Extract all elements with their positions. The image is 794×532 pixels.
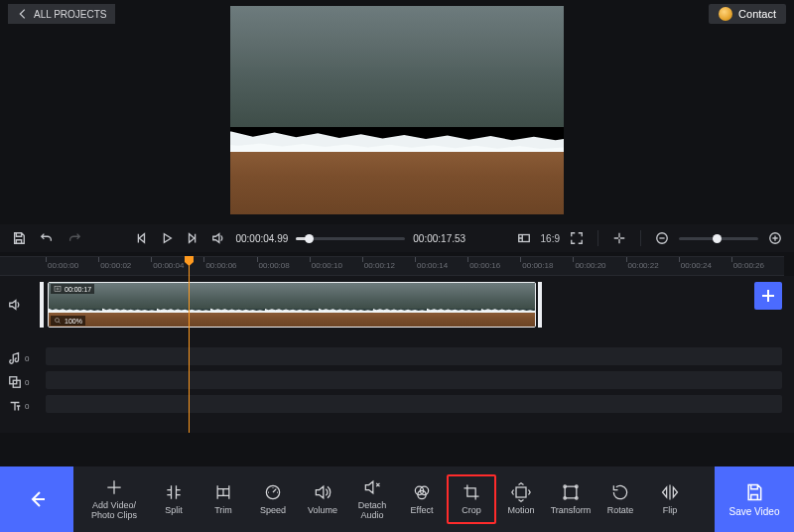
clip-zoom-badge: 100% [51,316,85,326]
split-button[interactable]: Split [149,476,198,522]
detach-audio-icon [362,477,382,497]
svg-rect-12 [516,487,526,497]
zoom-slider[interactable] [679,237,758,240]
split-icon [164,482,184,502]
text-icon [8,399,22,413]
tracks-panel: 00:00:17 100% 0 0 0 [0,276,794,433]
play-button[interactable] [158,229,176,247]
zoom-in-button[interactable] [766,229,784,247]
speaker-icon [211,231,225,245]
speed-button[interactable]: Speed [248,476,298,522]
ruler-mark: 00:00:06 [205,261,236,270]
aspect-ratio-label: 16:9 [541,233,560,244]
zoom-out-button[interactable] [653,229,671,247]
fullscreen-button[interactable] [568,229,586,247]
ruler-mark: 00:00:16 [469,261,500,270]
playhead[interactable] [189,256,190,433]
video-track[interactable]: 00:00:17 100% [46,282,746,330]
motion-icon [511,482,531,502]
fullscreen-icon [570,231,584,245]
rotate-button[interactable]: Rotate [596,476,645,522]
ruler-mark: 00:00:14 [417,261,448,270]
bottom-toolbar: Add Video/ Photo Clips Split Trim Speed … [0,466,794,532]
redo-icon [67,231,81,245]
clip-handle-right[interactable] [538,282,542,328]
undo-button[interactable] [38,229,56,247]
ruler-mark: 00:00:24 [681,261,712,270]
add-track-button[interactable] [754,282,782,310]
plus-icon [760,288,776,304]
crop-icon [462,482,481,502]
transform-icon [561,482,581,502]
undo-icon [40,231,54,245]
flip-icon [660,482,680,502]
rotate-icon [610,482,630,502]
svg-point-5 [56,319,60,323]
redo-button[interactable] [66,229,83,247]
text-track[interactable] [46,395,782,413]
flip-button[interactable]: Flip [645,476,695,522]
seek-bar[interactable] [296,237,405,240]
video-editor-app: ALL PROJECTS Contact 00:00:04.99 00:0 [0,0,794,532]
text-track-head: 0 [8,399,38,413]
total-time: 00:00:17.53 [413,233,465,244]
aspect-icon [517,231,531,245]
snap-button[interactable] [610,229,628,247]
video-clip[interactable]: 00:00:17 100% [48,282,536,328]
prev-frame-button[interactable] [132,229,150,247]
music-track-head: 0 [8,351,38,365]
ruler-mark: 00:00:00 [48,261,78,270]
overlay-track[interactable] [46,371,782,389]
overlay-icon [8,375,22,389]
skip-back-icon [134,231,148,245]
back-button[interactable] [0,466,73,532]
plus-icon [104,477,124,497]
save-icon [744,482,764,502]
svg-rect-13 [565,486,577,498]
overlay-track-head: 0 [8,375,38,389]
speaker-icon [8,298,22,312]
svg-rect-3 [55,287,61,292]
play-icon [160,231,174,245]
save-video-button[interactable]: Save Video [715,466,794,532]
ruler-mark: 00:00:10 [312,261,342,270]
music-icon [8,351,22,365]
music-track[interactable] [46,347,782,365]
divider [597,230,598,246]
ruler-mark: 00:00:20 [575,261,605,270]
volume-icon [313,482,332,502]
motion-button[interactable]: Motion [496,476,546,522]
ruler-mark: 00:00:18 [522,261,553,270]
effect-button[interactable]: Effect [397,476,447,522]
toolset: Add Video/ Photo Clips Split Trim Speed … [73,466,715,532]
save-project-button[interactable] [10,229,28,247]
clock-icon [54,285,62,293]
add-media-button[interactable]: Add Video/ Photo Clips [79,471,149,527]
crop-button[interactable]: Crop [447,474,496,524]
clip-duration-badge: 00:00:17 [51,284,94,294]
snap-icon [612,231,626,245]
ruler-mark: 00:00:04 [153,261,184,270]
video-preview[interactable] [230,6,564,214]
video-track-head [8,298,38,312]
timeline-ruler[interactable]: 00:00:00 00:00:02 00:00:04 00:00:06 00:0… [46,256,784,276]
next-frame-button[interactable] [184,229,201,247]
plus-circle-icon [768,231,782,245]
ruler-pad [0,256,46,276]
ruler-mark: 00:00:02 [100,261,131,270]
clip-handle-left[interactable] [40,282,44,328]
aspect-ratio-button[interactable] [515,229,533,247]
arrow-left-icon [25,487,49,511]
minus-circle-icon [655,231,669,245]
zoom-icon [54,317,62,325]
trim-icon [213,482,233,502]
volume-button[interactable]: Volume [298,476,347,522]
detach-audio-button[interactable]: Detach Audio [347,471,397,527]
playback-bar: 00:00:04.99 00:00:17.53 16:9 [0,224,794,252]
ruler-mark: 00:00:22 [628,261,659,270]
trim-button[interactable]: Trim [198,476,248,522]
ruler-mark: 00:00:26 [733,261,764,270]
ruler-mark: 00:00:12 [364,261,395,270]
transform-button[interactable]: Transform [546,476,596,522]
mute-button[interactable] [209,229,227,247]
